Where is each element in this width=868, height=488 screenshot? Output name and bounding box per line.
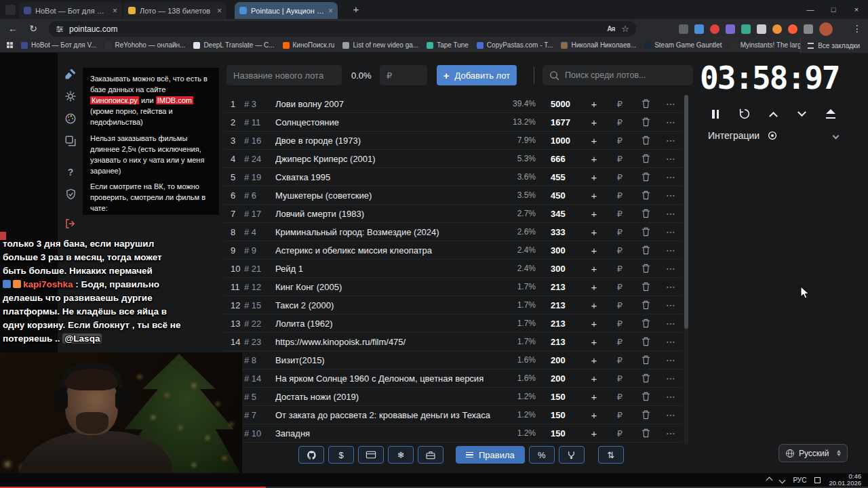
sidebar-item-statistics[interactable] <box>58 132 83 150</box>
extension-icon[interactable] <box>710 24 719 34</box>
lot-more-button[interactable]: ⋯ <box>659 428 682 439</box>
lot-delete-button[interactable] <box>632 154 659 163</box>
lot-delete-button[interactable] <box>632 136 659 145</box>
tray-chevron-down-icon[interactable] <box>779 476 786 483</box>
lot-more-button[interactable]: ⋯ <box>659 190 682 201</box>
pause-button[interactable] <box>708 107 723 121</box>
bookmark-item[interactable]: ReYohoho — онлайн... <box>105 41 186 49</box>
lot-delete-button[interactable] <box>632 355 659 365</box>
lot-add-button[interactable]: + <box>580 391 608 403</box>
bookmark-item[interactable]: List of new video ga... <box>342 41 418 49</box>
tray-chevron-up-icon[interactable] <box>766 476 773 483</box>
lot-delete-button[interactable] <box>632 117 659 127</box>
lot-add-button[interactable]: + <box>580 153 608 165</box>
bookmark-item[interactable]: Tape Tune <box>427 41 469 49</box>
new-tab-button[interactable]: + <box>350 3 362 16</box>
lot-add-button[interactable]: + <box>580 208 608 220</box>
extension-icon[interactable] <box>741 24 751 34</box>
bookmark-item[interactable]: HoBot — Бот для V... <box>21 41 97 49</box>
profile-avatar[interactable] <box>819 22 833 36</box>
lot-more-button[interactable]: ⋯ <box>659 117 682 127</box>
lot-delete-button[interactable] <box>632 227 659 237</box>
lot-add-button[interactable]: + <box>580 171 608 183</box>
lot-add-button[interactable]: + <box>580 245 608 256</box>
lot-more-button[interactable]: ⋯ <box>659 208 682 219</box>
lot-more-button[interactable]: ⋯ <box>659 98 682 109</box>
lot-more-button[interactable]: ⋯ <box>659 409 682 420</box>
close-button[interactable]: × <box>845 0 868 19</box>
lot-delete-button[interactable] <box>632 282 659 291</box>
lot-more-button[interactable]: ⋯ <box>659 245 682 256</box>
bookmark-item[interactable]: Myinstants! The larg... <box>730 41 807 49</box>
lot-delete-button[interactable] <box>632 99 659 108</box>
lot-add-button[interactable]: + <box>580 428 608 439</box>
lot-more-button[interactable]: ⋯ <box>659 153 682 164</box>
lot-delete-button[interactable] <box>632 264 659 273</box>
sidebar-item-guard[interactable] <box>58 185 83 203</box>
lot-delete-button[interactable] <box>632 319 659 328</box>
lot-delete-button[interactable] <box>632 392 659 401</box>
url-text[interactable]: pointauc.com <box>69 24 117 34</box>
sidebar-item-logout[interactable] <box>58 215 83 232</box>
lot-more-button[interactable]: ⋯ <box>659 336 682 347</box>
lot-add-button[interactable]: + <box>580 318 608 329</box>
lot-delete-button[interactable] <box>632 245 659 255</box>
lot-more-button[interactable]: ⋯ <box>659 318 682 329</box>
lot-add-button[interactable]: + <box>580 226 608 238</box>
bookmark-item[interactable]: DeepL Translate — C... <box>193 41 274 49</box>
lot-add-button[interactable]: + <box>580 409 608 421</box>
lot-delete-button[interactable] <box>632 428 659 438</box>
github-button[interactable] <box>298 446 324 464</box>
add-lot-button[interactable]: + Добавить лот <box>437 65 517 85</box>
lot-more-button[interactable]: ⋯ <box>659 135 682 146</box>
percent-button[interactable]: % <box>529 446 555 464</box>
lot-delete-button[interactable] <box>632 209 659 218</box>
lot-more-button[interactable]: ⋯ <box>659 263 682 274</box>
new-lot-input[interactable] <box>226 65 342 85</box>
extension-icon[interactable] <box>726 24 735 34</box>
tab-close-icon[interactable]: × <box>113 6 117 16</box>
lot-more-button[interactable]: ⋯ <box>659 226 682 237</box>
restart-timer-button[interactable] <box>737 107 752 121</box>
merge-button[interactable] <box>559 446 585 464</box>
sidebar-item-auction[interactable] <box>58 65 83 83</box>
card-button[interactable] <box>358 446 384 464</box>
lot-more-button[interactable]: ⋯ <box>659 300 682 310</box>
maximize-button[interactable]: □ <box>822 0 845 19</box>
extension-icon[interactable] <box>804 24 813 34</box>
refresh-button[interactable]: ↻ <box>26 21 41 36</box>
lot-more-button[interactable]: ⋯ <box>659 391 682 402</box>
lot-delete-button[interactable] <box>632 410 659 420</box>
lot-more-button[interactable]: ⋯ <box>659 171 682 182</box>
add-time-button[interactable] <box>766 107 781 121</box>
lot-delete-button[interactable] <box>632 300 659 310</box>
lot-search[interactable] <box>542 65 693 85</box>
lot-add-button[interactable]: + <box>580 117 608 128</box>
lot-add-button[interactable]: + <box>580 373 608 384</box>
back-button[interactable]: ← <box>5 21 20 36</box>
chest-button[interactable] <box>418 446 443 464</box>
sidebar-item-settings[interactable] <box>58 87 83 105</box>
fullscreen-icon[interactable] <box>814 477 821 483</box>
extension-icon[interactable] <box>757 24 766 34</box>
lot-delete-button[interactable] <box>632 190 659 200</box>
swap-button[interactable]: ⇅ <box>598 446 624 464</box>
lot-more-button[interactable]: ⋯ <box>659 354 682 365</box>
lot-add-button[interactable]: + <box>580 135 608 146</box>
extension-icon[interactable] <box>694 24 704 34</box>
all-bookmarks-button[interactable]: Все закладки <box>800 39 868 53</box>
snowflake-button[interactable]: ❄ <box>388 446 414 464</box>
browser-menu-icon[interactable]: ⋮ <box>852 21 863 37</box>
lot-delete-button[interactable] <box>632 337 659 346</box>
subtract-time-button[interactable] <box>795 107 810 121</box>
search-input[interactable] <box>565 70 680 80</box>
bookmark-star-icon[interactable]: ☆ <box>621 24 629 34</box>
finish-button[interactable] <box>823 107 838 121</box>
tab-close-icon[interactable]: × <box>328 6 333 16</box>
browser-tab[interactable]: Pointauc | Аукцион для стрим× <box>235 2 338 19</box>
bookmark-item[interactable]: КиноПоиск.ru <box>283 41 335 49</box>
lot-add-button[interactable]: + <box>580 354 608 366</box>
integrations-row[interactable]: Интеграции <box>708 130 838 141</box>
minimize-button[interactable]: — <box>799 0 822 19</box>
site-info-icon[interactable] <box>56 25 64 33</box>
